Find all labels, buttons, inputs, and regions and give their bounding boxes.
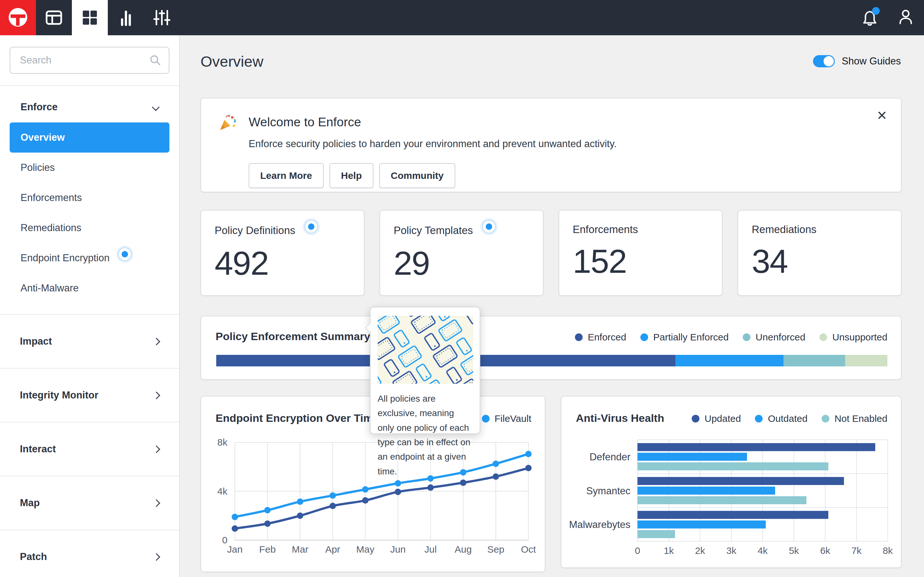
welcome-description: Enforce security policies to harden your… — [249, 138, 617, 150]
guide-tooltip-popover: All policies are exclusive, meaning only… — [370, 307, 480, 434]
bar-segment-unsupported — [845, 355, 887, 366]
legend-item-updated: Updated — [692, 413, 741, 424]
user-icon — [897, 8, 914, 26]
stat-card-policy-templates: Policy Templates 29 — [380, 210, 543, 296]
layout-panel-icon — [45, 8, 63, 27]
show-guides-label: Show Guides — [842, 55, 901, 67]
legend-dot — [575, 334, 583, 341]
stat-value: 152 — [573, 245, 708, 278]
top-nav-tabs — [0, 0, 924, 35]
guide-dot[interactable] — [482, 219, 496, 234]
svg-text:8k: 8k — [217, 437, 228, 448]
tab-bar-chart[interactable] — [108, 0, 144, 35]
tooltip-text: All policies are exclusive, meaning only… — [378, 392, 473, 479]
tab-grid-apps[interactable] — [72, 0, 108, 35]
enforcement-stacked-bar — [216, 355, 887, 366]
svg-text:2k: 2k — [695, 545, 706, 556]
sidebar-item-patch[interactable]: Patch — [0, 530, 179, 577]
sidebar-section-enforce: Enforce Overview Policies Enforcements R… — [0, 86, 179, 303]
legend-dot — [640, 334, 648, 341]
sidebar-item-interact[interactable]: Interact — [0, 422, 179, 476]
sidebar: Enforce Overview Policies Enforcements R… — [0, 35, 180, 577]
svg-text:Symantec: Symantec — [586, 485, 630, 496]
chevron-right-icon — [152, 499, 160, 507]
sidebar-item-integrity-monitor[interactable]: Integrity Monitor — [0, 368, 179, 422]
sidebar-item-label: Impact — [20, 335, 52, 347]
sidebar-search — [10, 47, 170, 74]
stat-card-remediations: Remediations 34 — [738, 210, 901, 296]
close-icon[interactable]: × — [877, 107, 887, 123]
svg-text:Sep: Sep — [487, 544, 504, 554]
tab-layout-panel[interactable] — [36, 0, 72, 35]
page-header: Overview Show Guides — [200, 47, 901, 76]
sidebar-section-header[interactable]: Enforce — [10, 101, 170, 122]
page-title: Overview — [200, 53, 263, 70]
svg-text:Jun: Jun — [390, 544, 405, 554]
sidebar-item-overview[interactable]: Overview — [10, 122, 170, 153]
svg-text:3k: 3k — [726, 545, 737, 556]
stat-value: 492 — [215, 247, 351, 280]
sidebar-item-enforcements[interactable]: Enforcements — [10, 183, 170, 213]
grouped-bar-chart: 01k2k3k4k5k6k7k8kDefenderSymantecMalware… — [565, 437, 898, 565]
section-title: Enforce — [21, 101, 57, 113]
svg-text:Jul: Jul — [425, 544, 437, 554]
devices-illustration — [378, 316, 473, 384]
help-button[interactable]: Help — [330, 163, 373, 188]
legend-item-outdated: Outdated — [755, 413, 807, 424]
legend-item-filevault: FileVault — [482, 413, 531, 424]
sidebar-item-map[interactable]: Map — [0, 476, 179, 530]
sidebar-item-remediations[interactable]: Remediations — [10, 213, 170, 243]
sidebar-item-endpoint-encryption[interactable]: Endpoint Encryption — [10, 243, 170, 273]
svg-text:4k: 4k — [217, 486, 228, 496]
top-nav — [0, 0, 924, 35]
learn-more-button[interactable]: Learn More — [249, 163, 324, 188]
stat-value: 34 — [752, 245, 887, 278]
line-chart: 04k8kJanFebMarAprMayJunJulAugSepOct — [208, 437, 540, 566]
tanium-logo[interactable] — [0, 0, 36, 35]
guide-dot[interactable] — [118, 247, 132, 261]
sidebar-item-anti-malware[interactable]: Anti-Malware — [10, 273, 170, 303]
chart-title: Policy Enforcement Summary — [216, 330, 370, 343]
chevron-right-icon — [152, 553, 160, 561]
enforcement-legend: Enforced Partially Enforced Unenforced U… — [575, 332, 887, 343]
sidebar-item-label: Enforcements — [21, 192, 82, 203]
search-input[interactable] — [10, 47, 170, 74]
tab-sliders[interactable] — [144, 0, 180, 35]
anti-virus-health-chart-card: Anti-Virus Health Updated Outdated Not E… — [561, 396, 901, 568]
stat-label: Remediations — [752, 223, 817, 235]
chevron-right-icon — [152, 445, 160, 453]
legend-item-partially-enforced: Partially Enforced — [640, 332, 729, 343]
svg-text:0: 0 — [635, 545, 640, 556]
notifications-button[interactable] — [861, 9, 879, 26]
stat-card-policy-definitions: Policy Definitions 492 — [200, 210, 365, 296]
community-button[interactable]: Community — [379, 163, 455, 188]
svg-text:5k: 5k — [789, 545, 800, 556]
sidebar-item-impact[interactable]: Impact — [0, 314, 179, 368]
chart-title: Endpoint Encryption Over Time — [216, 412, 379, 424]
svg-text:Malwarebytes: Malwarebytes — [569, 519, 630, 530]
app-root: Enforce Overview Policies Enforcements R… — [0, 0, 924, 577]
svg-text:Defender: Defender — [590, 451, 630, 463]
legend-dot — [755, 415, 762, 422]
sidebar-item-label: Interact — [20, 443, 56, 455]
sidebar-item-policies[interactable]: Policies — [10, 153, 170, 183]
legend-item-unsupported: Unsupported — [819, 332, 887, 343]
legend-dot — [819, 334, 827, 341]
user-menu-button[interactable] — [897, 8, 914, 27]
svg-text:0: 0 — [222, 535, 228, 545]
toggle-knob — [824, 56, 834, 66]
chart-title: Anti-Virus Health — [576, 412, 664, 424]
guide-dot[interactable] — [304, 219, 318, 234]
stat-label: Policy Templates — [394, 224, 473, 237]
show-guides-toggle[interactable] — [813, 55, 835, 67]
legend-dot — [822, 415, 829, 422]
sidebar-item-label: Policies — [21, 162, 55, 173]
stat-value: 29 — [394, 247, 529, 280]
sidebar-item-label: Endpoint Encryption — [21, 252, 110, 264]
grid-apps-icon — [81, 9, 99, 27]
sidebar-item-label: Overview — [21, 132, 65, 143]
svg-text:Feb: Feb — [259, 544, 276, 554]
stat-label: Policy Definitions — [215, 224, 295, 237]
stat-cards-row: Policy Definitions 492 Policy Templates … — [200, 210, 901, 296]
svg-text:Oct: Oct — [521, 544, 536, 554]
